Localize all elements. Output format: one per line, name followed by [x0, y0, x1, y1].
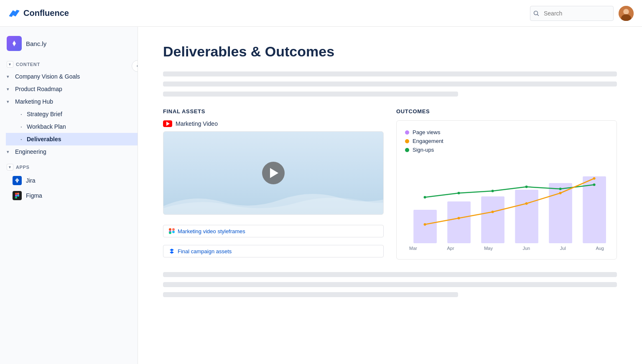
space-name: Banc.ly: [26, 40, 46, 47]
svg-point-25: [525, 186, 528, 188]
legend-label-signups: Sign-ups: [413, 147, 434, 153]
figma-logo-icon: [15, 193, 19, 199]
figma-icon: [13, 191, 22, 200]
svg-point-30: [492, 211, 494, 213]
svg-rect-7: [17, 193, 19, 195]
svg-rect-9: [15, 196, 17, 199]
sidebar-item-label: Strategy Brief: [27, 111, 62, 117]
chevron-left-icon: [135, 64, 138, 68]
search-wrapper: [530, 6, 614, 21]
loading-line-3: [163, 92, 458, 97]
chevron-down-icon: ▾: [7, 149, 13, 155]
video-wave-graphic: [163, 185, 384, 214]
sidebar-item-marketing-hub[interactable]: ▾ Marketing Hub: [0, 95, 138, 108]
confluence-logo-icon: [8, 8, 20, 19]
logo[interactable]: Confluence: [8, 8, 69, 19]
dropbox-icon: [168, 248, 175, 255]
svg-point-26: [559, 188, 562, 190]
svg-rect-8: [15, 195, 17, 197]
legend-dot-signups: [405, 148, 409, 152]
svg-rect-21: [583, 176, 606, 243]
sidebar-item-label: Marketing Hub: [15, 98, 53, 105]
svg-point-23: [458, 192, 460, 194]
svg-rect-6: [15, 193, 17, 195]
content-section-toggle[interactable]: ▾: [7, 61, 13, 68]
legend-label-pageviews: Page views: [413, 129, 440, 135]
x-label-jun: Jun: [523, 246, 530, 251]
svg-rect-19: [515, 190, 538, 243]
apps-section-toggle[interactable]: ▾: [7, 164, 13, 171]
svg-point-32: [559, 192, 562, 194]
svg-point-31: [525, 202, 528, 205]
sidebar-item-figma[interactable]: Figma: [0, 188, 138, 203]
svg-point-27: [593, 183, 596, 186]
sidebar-item-strategy-brief[interactable]: • Strategy Brief: [6, 108, 138, 120]
logo-text: Confluence: [23, 8, 69, 18]
figma-file-icon: [168, 228, 175, 234]
x-label-jul: Jul: [560, 246, 566, 251]
sidebar-item-product-roadmap[interactable]: ▾ Product Roadmap: [0, 83, 138, 95]
search-icon: [533, 10, 539, 16]
svg-rect-18: [481, 196, 504, 243]
play-triangle-icon: [270, 168, 278, 178]
sidebar-item-label: Deliverables: [27, 136, 61, 143]
app-label: Figma: [26, 192, 42, 199]
bullet-icon: •: [18, 137, 24, 141]
youtube-link[interactable]: Marketing Video: [163, 120, 384, 127]
chevron-down-icon: ▾: [7, 74, 13, 79]
svg-rect-17: [447, 201, 471, 243]
legend-dot-engagement: [405, 139, 409, 143]
content-section-label: ▾ CONTENT: [0, 55, 138, 70]
svg-point-29: [458, 217, 460, 219]
sidebar-item-label: Engineering: [15, 148, 46, 155]
outcomes-section: OUTCOMES Page views Engagement: [396, 108, 617, 260]
legend-label-engagement: Engagement: [413, 138, 443, 144]
assets-link[interactable]: Final campaign assets: [163, 245, 384, 257]
sidebar-item-engineering[interactable]: ▾ Engineering: [0, 145, 138, 158]
svg-rect-12: [172, 228, 175, 231]
video-label: Marketing Video: [176, 120, 218, 127]
chart-legend: Page views Engagement Sign-ups: [405, 129, 608, 153]
main-content: Deliverables & Outcomes FINAL ASSETS Mar…: [138, 27, 642, 364]
chart-x-labels: Mar Apr May Jun Jul Aug: [405, 246, 608, 251]
play-button[interactable]: [262, 162, 285, 184]
sidebar-item-workback-plan[interactable]: • Workback Plan: [6, 120, 138, 133]
jira-icon: [13, 176, 22, 185]
bullet-icon: •: [18, 125, 24, 129]
space-header[interactable]: Banc.ly: [0, 32, 138, 55]
file-link-label: Marketing video styleframes: [178, 228, 245, 234]
styleframes-link[interactable]: Marketing video styleframes: [163, 225, 384, 237]
svg-rect-11: [169, 228, 171, 231]
bottom-loading-line-1: [163, 272, 617, 277]
loading-line-2: [163, 81, 617, 87]
legend-item-signups: Sign-ups: [405, 147, 608, 153]
svg-point-22: [424, 196, 426, 199]
header-right: [530, 6, 634, 21]
sidebar-item-deliverables[interactable]: • Deliverables: [6, 133, 138, 145]
bottom-loading-lines: [163, 272, 617, 297]
app-label: Jira: [26, 177, 36, 184]
avatar[interactable]: [619, 6, 634, 21]
sidebar-item-label: Company Vision & Goals: [15, 73, 80, 80]
chevron-down-icon: ▾: [7, 99, 13, 104]
svg-rect-14: [169, 232, 171, 234]
sidebar-item-jira[interactable]: Jira: [0, 173, 138, 188]
svg-point-28: [424, 223, 426, 226]
final-assets-heading: FINAL ASSETS: [163, 108, 384, 115]
search-input[interactable]: [530, 6, 614, 21]
svg-rect-16: [413, 210, 437, 243]
legend-dot-pageviews: [405, 130, 409, 135]
sidebar: Banc.ly ▾ CONTENT ▾ Company Vision & Goa…: [0, 27, 138, 364]
youtube-icon: [163, 120, 172, 127]
legend-item-pageviews: Page views: [405, 129, 608, 135]
x-label-aug: Aug: [596, 246, 604, 251]
jira-logo-icon: [14, 178, 20, 183]
x-label-may: May: [484, 246, 493, 251]
outcomes-heading: OUTCOMES: [396, 108, 617, 115]
outcomes-chart: Page views Engagement Sign-ups: [396, 120, 617, 260]
video-thumbnail[interactable]: [163, 131, 384, 215]
sidebar-item-label: Product Roadmap: [15, 86, 62, 92]
two-col-layout: FINAL ASSETS Marketing Video: [163, 108, 617, 260]
youtube-play-icon: [166, 122, 170, 126]
sidebar-item-company-vision[interactable]: ▾ Company Vision & Goals: [0, 70, 138, 83]
